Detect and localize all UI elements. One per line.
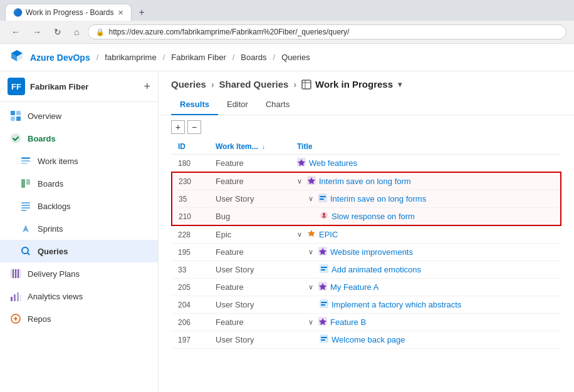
collapse-all-button[interactable]: − [187,120,201,134]
sidebar-item-workitems[interactable]: Work items [0,150,158,172]
sidebar: FF Fabrikam Fiber + Overview Boards [0,71,159,392]
expand-arrow-icon[interactable]: ∨ [308,318,313,326]
active-tab[interactable]: 🔵 Work in Progress - Boards ✕ [5,4,132,21]
cell-title[interactable]: Slow response on form [291,208,561,226]
cell-type: Bug [209,208,291,226]
cell-title[interactable]: ∨Website improvements [291,244,561,261]
add-project-button[interactable]: + [144,80,150,93]
cell-title[interactable]: Implement a factory which abstracts [291,296,561,314]
svg-line-17 [28,253,29,255]
sidebar-item-repos[interactable]: Repos [0,307,158,330]
col-workitem[interactable]: Work Item... ↓ [209,139,291,155]
work-item-link[interactable]: ∨Interim save on long forms [308,193,554,204]
sidebar-item-boards[interactable]: Boards [0,172,158,195]
browser-chrome: 🔵 Work in Progress - Boards ✕ + ← → ↻ ⌂ … [0,0,574,44]
cell-title[interactable]: Web features [291,155,561,173]
project-link[interactable]: Fabrikam Fiber [171,53,226,62]
cell-title[interactable]: Add animated emoticons [291,261,561,279]
col-id: ID [172,139,209,155]
svg-rect-46 [321,304,325,306]
tab-editor[interactable]: Editor [218,95,257,115]
work-item-link[interactable]: ∨Feature B [308,317,555,328]
tab-charts[interactable]: Charts [257,95,298,115]
org-link[interactable]: fabrikamprime [105,53,156,62]
cell-title[interactable]: Welcome back page [291,331,561,349]
table-row: 210BugSlow response on form [172,208,561,226]
sidebar-item-label-queries: Queries [38,247,148,256]
col-controls: + − [171,120,561,134]
reload-button[interactable]: ↻ [50,26,65,38]
work-item-link[interactable]: Web features [297,158,555,168]
work-item-link[interactable]: Implement a factory which abstracts [320,299,555,310]
svg-rect-9 [21,179,25,188]
new-tab-button[interactable]: + [134,4,150,21]
cell-title[interactable]: ∨Interim save on long forms [291,190,561,208]
cell-id: 228 [172,225,209,244]
svg-rect-27 [302,80,311,89]
sidebar-item-analytics[interactable]: Analytics views [0,285,158,307]
svg-rect-34 [320,199,324,200]
table-row: 204User StoryImplement a factory which a… [172,296,561,314]
expand-arrow-icon[interactable]: ∨ [308,195,313,203]
cell-title[interactable]: ∨EPIC [291,225,561,244]
sidebar-item-backlogs[interactable]: Backlogs [0,195,158,217]
col-title: Title [291,139,561,155]
sidebar-item-label-boards: Boards [38,179,148,188]
table-header: ID Work Item... ↓ Title [172,139,561,155]
breadcrumb-shared[interactable]: Shared Queries [219,79,289,90]
table-body: 180FeatureWeb features230Feature∨Interim… [172,155,561,349]
home-button[interactable]: ⌂ [70,26,83,38]
area-link[interactable]: Boards [241,53,266,62]
svg-rect-10 [26,179,30,185]
feature-icon [318,317,327,328]
cell-type: User Story [209,190,291,208]
page-link[interactable]: Queries [281,53,310,62]
sidebar-item-delivery[interactable]: Delivery Plans [0,262,158,285]
cell-title[interactable]: ∨Interim save on long form [291,172,561,190]
svg-rect-25 [20,295,21,301]
cell-id: 197 [172,331,209,349]
forward-button[interactable]: → [29,26,45,38]
cell-id: 180 [172,155,209,173]
table-row: 180FeatureWeb features [172,155,561,173]
work-item-link[interactable]: ∨EPIC [297,229,555,240]
url-text: https://dev.azure.com/fabrikamprime/Fabr… [108,28,349,36]
work-item-link[interactable]: Add animated emoticons [320,264,555,275]
expand-arrow-icon[interactable]: ∨ [308,248,313,256]
breadcrumb-sep2: › [293,80,296,90]
expand-arrow-icon[interactable]: ∨ [297,177,302,185]
main-content: Queries › Shared Queries › Work in Progr… [159,71,574,392]
sidebar-item-sprints[interactable]: Sprints [0,217,158,240]
expand-arrow-icon[interactable]: ∨ [308,283,313,291]
sidebar-item-label-backlogs: Backlogs [38,202,148,211]
sep4: / [273,53,276,62]
work-item-link[interactable]: Welcome back page [320,334,555,345]
svg-rect-11 [21,202,30,204]
delivery-icon [10,268,21,279]
boards-icon [20,178,31,189]
svg-rect-8 [21,163,28,164]
back-button[interactable]: ← [8,26,24,38]
work-item-title: Add animated emoticons [331,265,421,274]
tab-results[interactable]: Results [171,95,218,115]
expand-arrow-icon[interactable]: ∨ [297,230,302,239]
work-item-link[interactable]: ∨Interim save on long form [297,176,554,187]
svg-rect-24 [17,292,19,301]
sidebar-item-overview[interactable]: Overview [0,105,158,127]
sidebar-item-boards-group[interactable]: Boards [0,127,158,150]
project-avatar: FF [8,78,25,95]
cell-title[interactable]: ∨Feature B [291,314,561,331]
tab-close-button[interactable]: ✕ [118,9,123,17]
expand-all-button[interactable]: + [171,120,185,134]
breadcrumb-queries[interactable]: Queries [171,79,206,90]
work-item-link[interactable]: ∨My Feature A [308,282,555,292]
breadcrumb-dropdown-arrow[interactable]: ▾ [398,80,402,89]
sidebar-item-label-sprints: Sprints [38,224,148,234]
svg-rect-6 [21,157,30,159]
sidebar-item-label-delivery: Delivery Plans [28,269,148,279]
work-item-link[interactable]: ∨Website improvements [308,247,555,257]
cell-title[interactable]: ∨My Feature A [291,279,561,296]
sidebar-item-queries[interactable]: Queries [0,240,158,262]
svg-point-36 [323,213,325,215]
work-item-link[interactable]: Slow response on form [320,211,554,222]
